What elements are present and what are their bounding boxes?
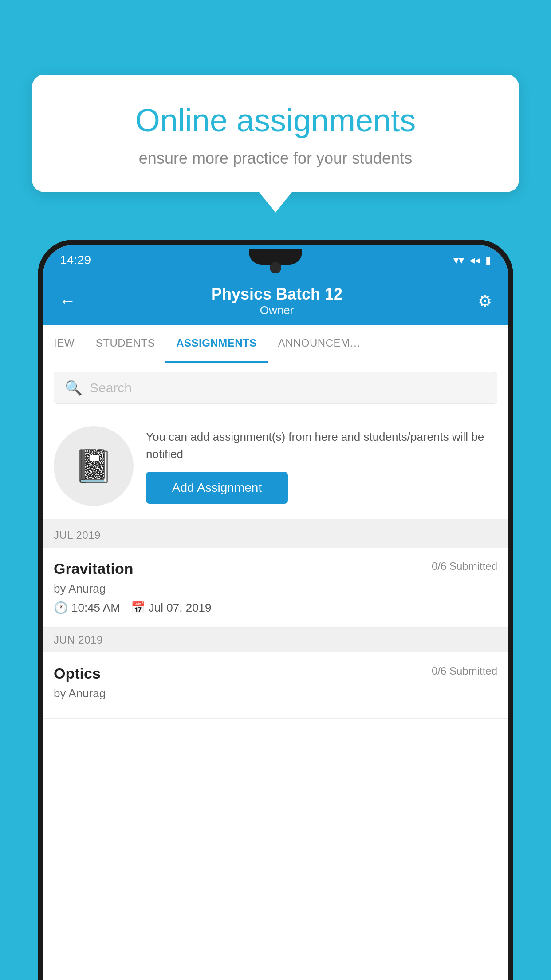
promo-icon-circle: 📓 [54,426,134,506]
status-icons: ▾▾ ◂◂ ▮ [453,254,491,266]
assignment-submitted: 0/6 Submitted [432,560,497,573]
back-button[interactable]: ← [59,292,76,311]
assignment-item-gravitation[interactable]: Gravitation 0/6 Submitted by Anurag 🕐 10… [43,548,508,628]
phone-screen: 14:29 ▾▾ ◂◂ ▮ ← Physics Batch 12 Owner ⚙… [43,245,508,980]
tab-assignments[interactable]: ASSIGNMENTS [165,325,268,363]
status-time: 14:29 [60,253,91,267]
speech-bubble: Online assignments ensure more practice … [32,75,519,192]
promo-text: You can add assignment(s) from here and … [146,428,497,463]
month-separator-jun: JUN 2019 [43,628,508,652]
search-icon: 🔍 [65,379,83,396]
month-separator-jul: JUL 2019 [43,523,508,548]
assignment-meta: 🕐 10:45 AM 📅 Jul 07, 2019 [54,601,497,615]
assignment-title-optics: Optics [54,665,101,682]
promo-content: You can add assignment(s) from here and … [146,428,497,504]
tab-iew[interactable]: IEW [43,325,85,363]
speech-bubble-title: Online assignments [63,101,488,139]
app-header: ← Physics Batch 12 Owner ⚙ [43,275,508,325]
wifi-icon: ▾▾ [453,254,464,266]
phone-frame: 14:29 ▾▾ ◂◂ ▮ ← Physics Batch 12 Owner ⚙… [38,240,513,980]
header-title-block: Physics Batch 12 Owner [76,285,478,317]
notebook-icon: 📓 [74,447,114,485]
tab-students[interactable]: STUDENTS [85,325,165,363]
tab-announcements[interactable]: ANNOUNCEM… [268,325,371,363]
assignment-date: 📅 Jul 07, 2019 [131,601,212,615]
header-subtitle: Owner [76,304,478,317]
assignment-title: Gravitation [54,560,133,577]
assignment-header-optics: Optics 0/6 Submitted [54,665,497,682]
add-assignment-promo: 📓 You can add assignment(s) from here an… [43,413,508,523]
battery-icon: ▮ [485,254,491,266]
search-container: 🔍 Search [43,363,508,413]
assignment-by-optics: by Anurag [54,687,497,700]
tabs-bar: IEW STUDENTS ASSIGNMENTS ANNOUNCEM… [43,325,508,363]
clock-icon: 🕐 [54,601,68,615]
search-placeholder: Search [90,380,132,395]
settings-icon[interactable]: ⚙ [478,292,492,311]
add-assignment-button[interactable]: Add Assignment [146,472,288,504]
assignment-by: by Anurag [54,582,497,596]
search-bar[interactable]: 🔍 Search [54,372,497,404]
calendar-icon: 📅 [131,601,145,615]
signal-icon: ◂◂ [469,254,480,266]
assignment-submitted-optics: 0/6 Submitted [432,665,497,677]
assignment-time: 🕐 10:45 AM [54,601,120,615]
speech-bubble-subtitle: ensure more practice for your students [63,149,488,168]
header-title: Physics Batch 12 [76,285,478,304]
phone-notch [249,249,302,265]
assignment-header: Gravitation 0/6 Submitted [54,560,497,577]
assignment-item-optics[interactable]: Optics 0/6 Submitted by Anurag [43,652,508,719]
phone-camera [270,262,281,273]
